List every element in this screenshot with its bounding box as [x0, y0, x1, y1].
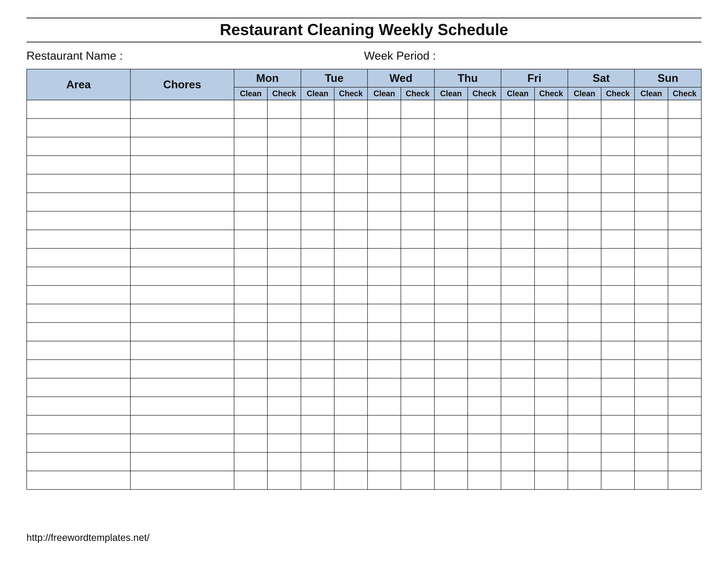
cell	[27, 156, 130, 174]
cell	[130, 304, 234, 323]
cell	[601, 360, 634, 378]
cell	[334, 211, 368, 230]
cell	[368, 248, 401, 267]
cell	[468, 118, 501, 137]
cell	[634, 360, 668, 378]
week-period-label: Week Period :	[364, 49, 702, 62]
cell	[301, 341, 334, 360]
cell	[27, 248, 130, 267]
cell	[568, 174, 601, 193]
cell	[501, 415, 534, 434]
cell	[368, 452, 401, 471]
cell	[634, 156, 668, 174]
cell	[468, 471, 501, 490]
title-block: Restaurant Cleaning Weekly Schedule	[26, 18, 702, 42]
cell	[301, 323, 334, 341]
cell	[535, 378, 568, 397]
schedule-table: Area Chores Mon Tue Wed Thu Fri Sat Sun …	[26, 69, 702, 490]
cell	[668, 174, 701, 193]
cell	[267, 397, 301, 415]
cell	[468, 323, 501, 341]
cell	[568, 267, 601, 286]
cell	[130, 323, 234, 341]
cell	[535, 323, 568, 341]
table-row	[27, 323, 701, 341]
cell	[434, 230, 468, 248]
cell	[634, 341, 668, 360]
cell	[401, 100, 434, 118]
cell	[601, 378, 634, 397]
cell	[27, 230, 130, 248]
cell	[130, 415, 234, 434]
cell	[568, 156, 601, 174]
area-header: Area	[27, 69, 130, 100]
cell	[501, 397, 534, 415]
cell	[234, 156, 267, 174]
cell	[535, 174, 568, 193]
sub-header-check: Check	[468, 87, 501, 100]
cell	[27, 471, 130, 490]
cell	[301, 156, 334, 174]
cell	[27, 118, 130, 137]
cell	[267, 118, 301, 137]
cell	[234, 341, 267, 360]
cell	[501, 304, 534, 323]
cell	[301, 230, 334, 248]
cell	[568, 100, 601, 118]
cell	[634, 452, 668, 471]
cell	[267, 286, 301, 304]
cell	[568, 415, 601, 434]
cell	[27, 434, 130, 452]
cell	[334, 360, 368, 378]
cell	[601, 341, 634, 360]
cell	[668, 378, 701, 397]
cell	[501, 341, 534, 360]
cell	[434, 156, 468, 174]
cell	[668, 156, 701, 174]
table-row	[27, 100, 701, 118]
cell	[234, 397, 267, 415]
cell	[568, 193, 601, 211]
cell	[234, 378, 267, 397]
table-row	[27, 286, 701, 304]
cell	[501, 471, 534, 490]
cell	[535, 100, 568, 118]
cell	[568, 360, 601, 378]
cell	[634, 267, 668, 286]
cell	[267, 211, 301, 230]
cell	[568, 248, 601, 267]
cell	[234, 267, 267, 286]
cell	[368, 211, 401, 230]
cell	[368, 304, 401, 323]
restaurant-name-label: Restaurant Name :	[26, 49, 364, 62]
cell	[401, 230, 434, 248]
cell	[434, 304, 468, 323]
cell	[501, 248, 534, 267]
table-body	[27, 100, 701, 490]
sub-header-clean: Clean	[568, 87, 601, 100]
table-row	[27, 434, 701, 452]
day-header-mon: Mon	[234, 69, 301, 87]
table-row	[27, 415, 701, 434]
cell	[27, 137, 130, 156]
cell	[401, 267, 434, 286]
cell	[634, 211, 668, 230]
cell	[668, 267, 701, 286]
sub-header-check: Check	[267, 87, 301, 100]
cell	[468, 248, 501, 267]
cell	[27, 360, 130, 378]
cell	[601, 286, 634, 304]
cell	[234, 304, 267, 323]
cell	[27, 415, 130, 434]
cell	[468, 230, 501, 248]
cell	[130, 341, 234, 360]
cell	[434, 397, 468, 415]
cell	[634, 434, 668, 452]
cell	[234, 174, 267, 193]
cell	[468, 378, 501, 397]
cell	[668, 211, 701, 230]
table-head: Area Chores Mon Tue Wed Thu Fri Sat Sun …	[27, 69, 701, 100]
day-header-fri: Fri	[501, 69, 568, 87]
cell	[601, 137, 634, 156]
cell	[468, 304, 501, 323]
